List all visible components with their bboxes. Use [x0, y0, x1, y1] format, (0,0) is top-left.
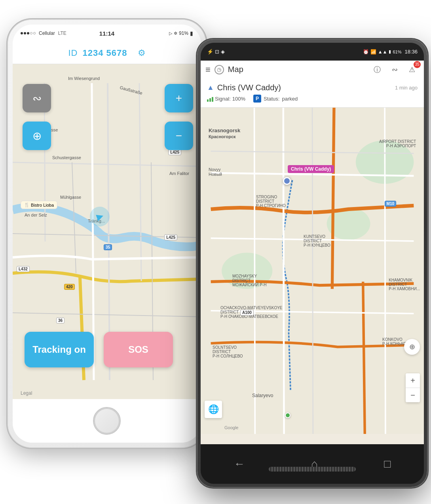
iphone-status-left: Cellular LTE	[21, 30, 107, 36]
label-kuntsevo: KUNTSEVODISTRICTР-Н КУНЦЕВО	[304, 234, 330, 247]
iphone-device: Cellular LTE 11:14 ▷ ✲ 91% ▮ ID 1234 567…	[8, 20, 206, 447]
road-badge-l425-2: L425	[164, 234, 177, 240]
signal-bar-1	[207, 99, 209, 102]
label-khamovnik: KHAMOVNIKDISTRICTР-Н ХАМОВНИ...	[389, 278, 420, 291]
map-label-amfalitor: Am Falitor	[169, 171, 189, 176]
id-number: 1234 5678	[83, 48, 127, 58]
road-badge-l425-1: L425	[168, 149, 181, 155]
android-toolbar-icons: ⓘ ∾ ⚠ 35	[370, 63, 419, 77]
android-status-top-row: ⚡ ⊡ ◈ ⏰ 📶 ▲▲ ▮ 61% 18:36	[201, 43, 424, 61]
location-icon: ▷	[169, 31, 172, 36]
android-bottom-hardware	[197, 451, 427, 487]
battery-label: 91%	[179, 30, 188, 36]
map-label-wiesengrund: Im Wiesengrund	[68, 76, 100, 81]
signal-info: Signal: 100%	[207, 95, 245, 102]
iphone-statusbar: Cellular LTE 11:14 ▷ ✲ 91% ▮ ID 1234 567…	[13, 25, 201, 64]
wifi-icon: 📶	[370, 49, 376, 55]
link-icon[interactable]: ∾	[387, 63, 402, 77]
map-label-muehlgasse: Mühlgasse	[60, 195, 81, 200]
zoom-out-button[interactable]: −	[165, 122, 193, 150]
android-screen: ▲ Chris (VW Caddy) 1 min ago Si	[201, 78, 424, 444]
signal-icon: ▲▲	[378, 49, 387, 55]
iphone-id-row: ID 1234 5678 ⚙	[13, 42, 201, 64]
bluetooth-icon: ✲	[174, 31, 177, 36]
location-marker: ▶	[90, 207, 110, 226]
android-toolbar: ≡ ◷ Map ⓘ ∾ ⚠ 35	[201, 61, 424, 78]
network-label: LTE	[58, 30, 66, 36]
bistro-label: Bistro Lioba	[31, 203, 54, 207]
iphone-map: Im Wiesengrund Gaußstraße Kirchgasse Sch…	[13, 64, 201, 399]
signal-bar-3	[212, 97, 213, 102]
status-label: Status:	[264, 96, 279, 102]
vehicle-marker-top	[283, 177, 291, 185]
menu-icon[interactable]: ≡	[205, 65, 211, 75]
path-button[interactable]: ∾	[23, 84, 51, 112]
parking-icon: P	[253, 95, 261, 103]
label-mozhaysky: MOZHAYSKYDISTRICTМОЖАЙСКИЙ Р-Н	[232, 274, 266, 287]
signal-dots	[21, 32, 36, 34]
zoom-in-button[interactable]: +	[165, 84, 193, 112]
android-zoom-controls: + −	[406, 373, 420, 402]
signal-value: 100%	[232, 96, 245, 102]
usb-icon: ⚡	[207, 49, 213, 55]
label-novyy: NovyyНовый	[209, 167, 222, 177]
android-statusbar: ⚡ ⊡ ◈ ⏰ 📶 ▲▲ ▮ 61% 18:36 ≡	[201, 43, 424, 78]
map-label-ander-selz: An der Selz	[25, 213, 47, 217]
google-logo: Google	[224, 425, 238, 430]
iphone-status-row: Cellular LTE 11:14 ▷ ✲ 91% ▮	[13, 25, 201, 42]
alert-icon[interactable]: ⚠ 35	[405, 63, 419, 77]
label-airport: AIRPORT DISTRICTР-Н АЭРОПОРТ	[379, 139, 416, 148]
alarm-icon: ⏰	[363, 49, 369, 55]
zoom-in-android[interactable]: +	[406, 373, 420, 388]
label-strogino: STROGINODISTRICTР-Н СТРОГИНО	[256, 195, 286, 208]
android-vehicle-status-row: Signal: 100% P Status: parked	[207, 95, 418, 103]
bistro-poi: 🍴 Bistro Lioba	[21, 201, 57, 209]
sos-button[interactable]: SOS	[104, 332, 173, 367]
android-icon: ◈	[221, 49, 225, 55]
settings-icon[interactable]: ⚙	[138, 48, 146, 58]
road-badge-a100: A100	[240, 310, 254, 316]
android-bottom-speaker	[269, 467, 356, 472]
badge-count: 35	[414, 61, 421, 68]
vehicle-name-text: Chris (VW Caddy)	[217, 83, 281, 92]
tracking-button[interactable]: Tracking on	[25, 332, 94, 367]
nav-arrow-icon: ▲	[207, 84, 214, 92]
signal-dot-2	[24, 32, 26, 34]
android-status-right-icons: ⏰ 📶 ▲▲ ▮ 61% 18:36	[363, 49, 418, 55]
road-badge-m10: M10	[385, 201, 396, 207]
iphone-screen-area: Cellular LTE 11:14 ▷ ✲ 91% ▮ ID 1234 567…	[13, 25, 201, 443]
android-vehicle-row: ▲ Chris (VW Caddy) 1 min ago	[207, 83, 418, 92]
label-solntsevo: SOLNTSEVODISTRICTР-Н СОЛНЦЕВО	[213, 345, 243, 358]
android-vehicle-name: ▲ Chris (VW Caddy)	[207, 83, 281, 92]
map-label-schustergasse: Schustergasse	[52, 155, 81, 160]
status-value: parked	[282, 96, 298, 102]
road-badge-420: 420	[64, 284, 75, 290]
globe-button[interactable]: 🌐	[205, 401, 222, 418]
label-salaryevo: Salaryevo	[252, 393, 273, 398]
info-icon[interactable]: ⓘ	[370, 63, 384, 77]
android-screen-area: ⚡ ⊡ ◈ ⏰ 📶 ▲▲ ▮ 61% 18:36 ≡	[201, 43, 424, 484]
legal-label: Legal	[21, 390, 32, 396]
android-time: 18:36	[404, 49, 418, 55]
signal-dot-4	[30, 32, 32, 34]
zoom-out-android[interactable]: −	[406, 388, 420, 402]
location-arrow-icon: ▶	[95, 211, 105, 223]
android-device: ⚡ ⊡ ◈ ⏰ 📶 ▲▲ ▮ 61% 18:36 ≡	[197, 40, 427, 487]
location-button[interactable]: ⊕	[404, 339, 420, 355]
signal-label: Signal:	[215, 96, 231, 102]
iphone-status-right: ▷ ✲ 91% ▮	[107, 30, 193, 36]
android-status-left-icons: ⚡ ⊡ ◈	[207, 49, 225, 55]
iphone-time: 11:14	[99, 30, 114, 37]
park-status-info: P Status: parked	[253, 95, 298, 103]
scene: Cellular LTE 11:14 ▷ ✲ 91% ▮ ID 1234 567…	[0, 0, 431, 504]
signal-dot-3	[27, 32, 29, 34]
label-krasnogorsk: KrasnogorskКрасногорск	[209, 127, 240, 139]
id-label: ID	[68, 48, 78, 58]
road-badge-36: 36	[56, 318, 65, 323]
ios-map-view: Im Wiesengrund Gaußstraße Kirchgasse Sch…	[13, 64, 201, 399]
android-map-view: KrasnogorskКрасногорск NovyyНовый AIRPOR…	[201, 108, 424, 434]
road-badge-35: 35	[104, 244, 112, 250]
crosshair-button[interactable]: ⊕	[23, 122, 51, 150]
signal-dot-1	[21, 32, 23, 34]
home-button[interactable]	[93, 407, 121, 435]
